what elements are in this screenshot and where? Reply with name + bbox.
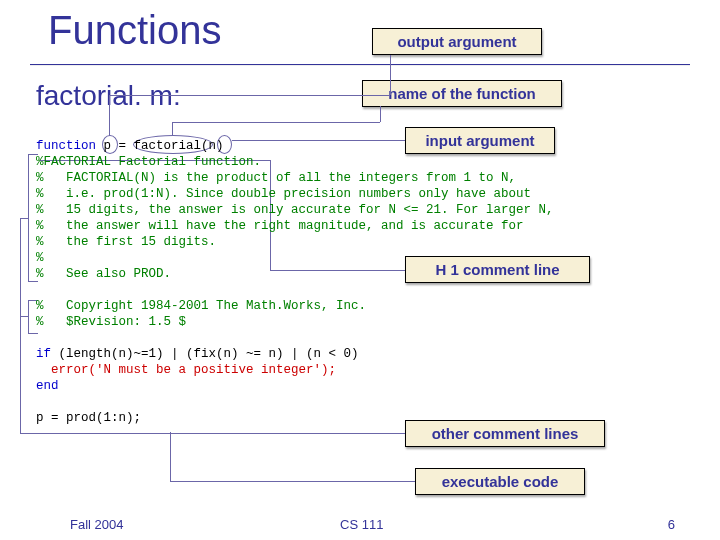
code-comment: %FACTORIAL Factorial function. [36,155,261,169]
code-error-call: error [36,363,89,377]
connector [109,95,110,136]
code-text: ('N must be a positive integer'); [89,363,337,377]
connector [109,95,390,96]
footer-left: Fall 2004 [70,517,123,532]
connector [20,316,28,317]
code-kw-function: function [36,139,96,153]
code-kw-end: end [36,379,59,393]
code-comment: % the first 15 digits. [36,235,216,249]
label-executable-code: executable code [415,468,585,495]
code-text: p = prod(1:n); [36,411,141,425]
code-kw-if: if [36,347,51,361]
code-comment: % See also PROD. [36,267,171,281]
code-block: function p = factorial(n) %FACTORIAL Fac… [36,138,554,426]
footer-center: CS 111 [340,517,383,532]
connector [20,218,28,219]
connector [170,432,171,482]
page-title: Functions [48,8,221,53]
code-comment: % i.e. prod(1:N). Since double precision… [36,187,531,201]
code-comment: % [36,251,44,265]
code-comment: % FACTORIAL(N) is the product of all the… [36,171,516,185]
code-text: (length(n)~=1) | (fix(n) ~= n) | (n < 0) [51,347,359,361]
code-comment: % Copyright 1984-2001 The Math.Works, In… [36,299,366,313]
label-output-argument: output argument [372,28,542,55]
connector [170,481,415,482]
label-function-name: name of the function [362,80,562,107]
connector [390,55,391,95]
code-comment: % $Revision: 1.5 $ [36,315,186,329]
footer-right: 6 [668,517,675,532]
code-comment: % the answer will have the right magnitu… [36,219,524,233]
connector [20,433,405,434]
connector [380,106,381,122]
code-text: p = factorial(n) [96,139,224,153]
connector [172,122,173,136]
title-rule [30,64,690,66]
code-comment: % 15 digits, the answer is only accurate… [36,203,554,217]
connector [20,218,21,433]
connector [172,122,380,123]
